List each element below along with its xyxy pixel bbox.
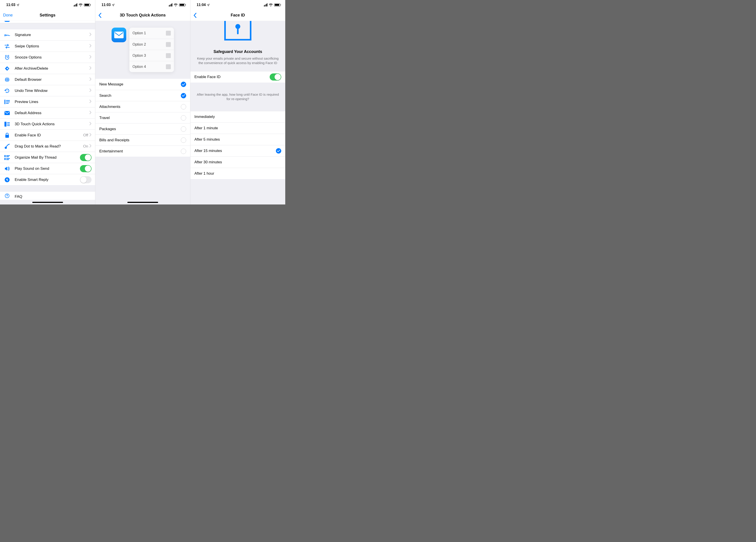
chevron-right-icon	[90, 44, 92, 49]
quick-action-option[interactable]: Entertainment	[95, 146, 190, 157]
preview-menu-label: Option 1	[132, 31, 146, 35]
home-indicator	[127, 202, 158, 203]
preview-menu-label: Option 2	[132, 43, 146, 47]
faceid-timing-option[interactable]: After 5 minutes	[190, 134, 285, 145]
nav-title: Settings	[40, 13, 55, 18]
checkmark-unselected-icon	[181, 115, 186, 121]
settings-row[interactable]: Organize Mail By Thread	[0, 152, 95, 163]
faceid-timing-label: After 30 minutes	[194, 160, 281, 165]
quick-action-label: Bills and Receipts	[99, 138, 181, 142]
mail-app-icon	[112, 28, 126, 42]
row-label: Organize Mail By Thread	[15, 155, 80, 160]
settings-row[interactable]: Preview Lines	[0, 96, 95, 107]
svg-point-14	[5, 147, 7, 149]
keyhole-frame-icon	[224, 21, 251, 41]
settings-row[interactable]: 3D Touch Quick Actions	[0, 118, 95, 130]
nav-bar: 3D Touch Quick Actions	[95, 10, 190, 21]
swap-arrows-icon	[4, 43, 10, 49]
cellular-signal-icon	[169, 3, 173, 6]
row-label: Default Address	[15, 111, 90, 115]
faceid-timing-option[interactable]: After 15 minutes	[190, 145, 285, 157]
settings-row[interactable]: Drag Dot to Mark as Read?On	[0, 141, 95, 152]
quick-action-option[interactable]: Travel	[95, 112, 190, 123]
done-button[interactable]: Done	[3, 10, 13, 21]
partial-faq-row[interactable]: FAQ	[0, 191, 95, 200]
svg-rect-13	[5, 135, 9, 138]
back-button[interactable]	[192, 10, 198, 21]
settings-row[interactable]: Default Browser	[0, 74, 95, 85]
row-label: Swipe Options	[15, 44, 90, 49]
faceid-timing-list: ImmediatelyAfter 1 minuteAfter 5 minutes…	[190, 111, 285, 179]
settings-row[interactable]: Swipe Options	[0, 41, 95, 52]
row-label: Enable Smart Reply	[15, 178, 80, 182]
enable-faceid-toggle[interactable]	[270, 73, 281, 81]
svg-rect-4	[4, 100, 5, 104]
cellular-signal-icon	[74, 3, 77, 6]
quick-actions-list: New MessageSearchAttachmentsTravelPackag…	[95, 79, 190, 157]
settings-row[interactable]: Play Sound on Send	[0, 163, 95, 174]
settings-row[interactable]: Snooze Options	[0, 52, 95, 63]
quick-actions-preview: Option 1Option 2Option 3Option 4	[95, 21, 190, 79]
quick-action-option[interactable]: Bills and Receipts	[95, 134, 190, 146]
toggle-switch[interactable]	[80, 154, 92, 161]
faceid-timing-option[interactable]: Immediately	[190, 111, 285, 122]
quick-action-option[interactable]: Attachments	[95, 101, 190, 112]
quick-action-label: Search	[99, 94, 181, 98]
svg-rect-5	[6, 100, 10, 101]
svg-rect-15	[4, 155, 6, 157]
chevron-right-icon	[90, 89, 92, 93]
svg-rect-16	[4, 158, 6, 160]
preview-menu-item: Option 1	[129, 28, 174, 39]
diamond-arrow-icon	[4, 65, 10, 72]
toggle-switch[interactable]	[80, 176, 92, 183]
quick-action-option[interactable]: Packages	[95, 123, 190, 134]
nav-title: 3D Touch Quick Actions	[120, 13, 166, 18]
partial-row-top	[0, 21, 95, 23]
preview-swatch-icon	[166, 31, 171, 36]
chevron-right-icon	[90, 111, 92, 115]
drag-dot-icon	[4, 143, 10, 150]
faceid-timing-label: After 1 hour	[194, 171, 281, 176]
svg-rect-26	[237, 28, 239, 34]
row-label: Default Browser	[15, 77, 90, 82]
faq-label: FAQ	[15, 195, 22, 199]
chevron-right-icon	[90, 144, 92, 149]
wifi-icon	[79, 4, 83, 6]
settings-row[interactable]: Enable Smart Reply	[0, 174, 95, 185]
screen-settings: 11:03 Done Settings SignatureSwipe Optio…	[0, 0, 95, 205]
row-label: Undo Time Window	[15, 89, 90, 93]
settings-row[interactable]: Default Address	[0, 107, 95, 118]
quick-action-label: Packages	[99, 127, 181, 131]
checkmark-selected-icon	[276, 148, 281, 154]
faceid-timing-label: Immediately	[194, 115, 281, 119]
back-button[interactable]	[97, 10, 103, 21]
row-label: After Archive/Delete	[15, 66, 90, 71]
faceid-timing-option[interactable]: After 1 hour	[190, 168, 285, 179]
preview-menu-label: Option 3	[132, 54, 146, 58]
battery-icon	[179, 4, 185, 6]
row-label: Drag Dot to Mark as Read?	[15, 144, 83, 149]
faceid-timing-option[interactable]: After 1 minute	[190, 122, 285, 134]
row-value: On	[83, 144, 88, 149]
settings-row[interactable]: Signature	[0, 29, 95, 41]
faceid-timing-label: After 5 minutes	[194, 137, 281, 142]
enable-faceid-row[interactable]: Enable Face ID	[190, 71, 285, 83]
settings-row[interactable]: Undo Time Window	[0, 85, 95, 96]
svg-point-3	[7, 90, 7, 91]
enable-faceid-label: Enable Face ID	[194, 75, 270, 79]
checkmark-unselected-icon	[181, 149, 186, 154]
chevron-right-icon	[90, 66, 92, 71]
quick-action-option[interactable]: Search	[95, 90, 190, 101]
lock-icon	[4, 132, 10, 138]
quick-action-option[interactable]: New Message	[95, 79, 190, 90]
faceid-section-description: After leaving the app, how long until Fa…	[190, 83, 285, 111]
chevron-right-icon	[90, 77, 92, 82]
faceid-timing-option[interactable]: After 30 minutes	[190, 157, 285, 168]
settings-row[interactable]: After Archive/Delete	[0, 63, 95, 74]
nav-bar: Face ID	[190, 10, 285, 21]
settings-row[interactable]: Enable Face IDOff	[0, 130, 95, 141]
toggle-switch[interactable]	[80, 165, 92, 172]
quick-action-label: Travel	[99, 116, 181, 120]
preview-swatch-icon	[166, 42, 171, 47]
quick-action-label: Attachments	[99, 105, 181, 109]
